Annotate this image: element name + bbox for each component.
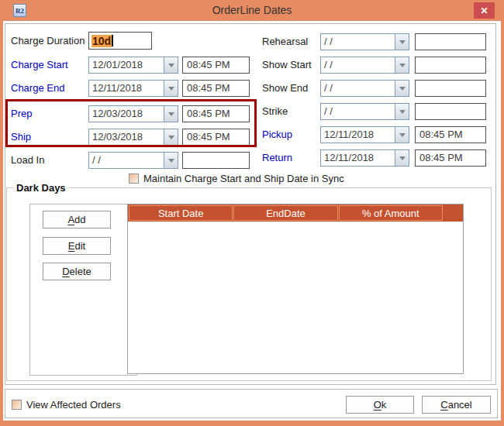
chevron-down-icon xyxy=(168,87,174,91)
title-bar: R2 OrderLine Dates ✕ xyxy=(0,0,504,21)
show-end-date-value: / / xyxy=(321,81,395,96)
ok-button-mnemonic: O xyxy=(374,399,381,411)
delete-button-label: elete xyxy=(70,266,91,277)
strike-date-value: / / xyxy=(321,104,395,119)
dialog-client-area: Charge Duration 10d Charge Start 12/01/2… xyxy=(3,21,501,421)
return-date-value: 12/11/2018 xyxy=(321,150,395,166)
load-in-time-input[interactable] xyxy=(182,152,250,169)
edit-button[interactable]: Edit xyxy=(43,237,111,255)
sync-checkbox[interactable] xyxy=(129,173,139,184)
strike-dropdown-button[interactable] xyxy=(395,104,409,119)
sync-checkbox-row: Maintain Charge Start and Ship Date in S… xyxy=(129,172,344,184)
pickup-dropdown-button[interactable] xyxy=(395,127,409,143)
text-cursor xyxy=(112,35,113,46)
ship-date-value: 12/03/2018 xyxy=(89,129,164,145)
rehearsal-date-value: / / xyxy=(321,34,395,50)
show-end-dropdown-button[interactable] xyxy=(395,81,409,96)
chevron-down-icon xyxy=(399,156,406,160)
load-in-date-combobox[interactable]: / / xyxy=(88,152,178,169)
chevron-down-icon xyxy=(168,159,174,163)
charge-end-date-combobox[interactable]: 12/11/2018 xyxy=(88,80,178,97)
cancel-button-mnemonic: C xyxy=(440,399,447,411)
footer-bar: View Affected Orders Ok Cancel xyxy=(5,389,498,418)
load-in-dropdown-button[interactable] xyxy=(164,153,178,168)
ship-date-combobox[interactable]: 12/03/2018 xyxy=(88,129,178,146)
return-dropdown-button[interactable] xyxy=(395,150,409,166)
return-date-combobox[interactable]: 12/11/2018 xyxy=(320,149,409,167)
charge-duration-label: Charge Duration xyxy=(11,33,85,50)
chevron-down-icon xyxy=(399,133,406,137)
chevron-down-icon xyxy=(168,136,174,139)
pickup-date-value: 12/11/2018 xyxy=(321,127,395,143)
prep-date-value: 12/03/2018 xyxy=(89,106,164,122)
chevron-down-icon xyxy=(399,40,406,44)
dark-days-button-panel: Add Edit Delete xyxy=(29,204,137,376)
prep-time-input[interactable]: 08:45 PM xyxy=(182,105,250,122)
rehearsal-date-combobox[interactable]: / / xyxy=(320,33,409,50)
selected-text: 10d xyxy=(91,35,112,47)
chevron-down-icon xyxy=(399,110,406,114)
ok-button-label: k xyxy=(381,399,387,411)
charge-end-dropdown-button[interactable] xyxy=(164,81,178,96)
charge-end-time-input[interactable]: 08:45 PM xyxy=(182,80,250,97)
view-affected-orders-row: View Affected Orders xyxy=(12,398,121,411)
column-header-start-date[interactable]: Start Date xyxy=(129,205,233,221)
prep-date-combobox[interactable]: 12/03/2018 xyxy=(88,105,178,122)
chevron-down-icon xyxy=(399,64,406,67)
prep-dropdown-button[interactable] xyxy=(164,106,178,122)
pickup-label: Pickup xyxy=(262,126,292,143)
chevron-down-icon xyxy=(168,112,174,116)
charge-end-date-value: 12/11/2018 xyxy=(89,81,164,96)
table-header-row: Start Date EndDate % of Amount xyxy=(128,204,463,222)
prep-label: Prep xyxy=(11,105,32,122)
rehearsal-dropdown-button[interactable] xyxy=(395,34,409,50)
pickup-time-input[interactable]: 08:45 PM xyxy=(415,126,486,143)
rehearsal-time-input[interactable] xyxy=(415,33,486,50)
close-icon: ✕ xyxy=(480,5,488,16)
strike-label: Strike xyxy=(262,103,288,120)
charge-start-dropdown-button[interactable] xyxy=(164,57,178,73)
delete-button[interactable]: Delete xyxy=(43,263,111,280)
ship-time-input[interactable]: 08:45 PM xyxy=(182,129,250,146)
view-affected-orders-checkbox[interactable] xyxy=(12,400,22,410)
add-button-mnemonic: A xyxy=(67,214,74,225)
strike-date-combobox[interactable]: / / xyxy=(320,103,409,120)
ship-dropdown-button[interactable] xyxy=(164,129,178,145)
chevron-down-icon xyxy=(399,87,406,91)
dark-days-title: Dark Days xyxy=(13,182,69,194)
view-affected-orders-label: View Affected Orders xyxy=(26,399,121,411)
column-header-filler xyxy=(444,205,462,221)
add-button[interactable]: Add xyxy=(43,211,111,228)
return-time-input[interactable]: 08:45 PM xyxy=(415,149,486,167)
ok-button[interactable]: Ok xyxy=(346,396,414,414)
load-in-label: Load In xyxy=(11,152,44,169)
show-start-date-value: / / xyxy=(321,57,395,73)
edit-button-label: dit xyxy=(74,240,85,252)
dark-days-table: Start Date EndDate % of Amount xyxy=(127,204,464,374)
table-body xyxy=(128,222,463,373)
column-header-percent-of-amount[interactable]: % of Amount xyxy=(339,205,443,221)
charge-end-label: Charge End xyxy=(11,80,64,97)
show-start-dropdown-button[interactable] xyxy=(395,57,409,73)
charge-duration-input[interactable]: 10d xyxy=(88,32,152,50)
show-start-date-combobox[interactable]: / / xyxy=(320,57,409,74)
charge-start-date-value: 12/01/2018 xyxy=(89,57,164,73)
strike-time-input[interactable] xyxy=(415,103,486,120)
show-end-label: Show End xyxy=(262,80,308,97)
delete-button-mnemonic: D xyxy=(62,266,69,277)
show-start-label: Show Start xyxy=(262,57,312,74)
dark-days-group: Dark Days Add Edit Delete Start Date End… xyxy=(6,187,492,381)
charge-start-date-combobox[interactable]: 12/01/2018 xyxy=(88,57,178,74)
show-end-time-input[interactable] xyxy=(415,80,486,97)
orderline-dates-dialog: R2 OrderLine Dates ✕ Charge Duration 10d… xyxy=(0,0,504,426)
close-button[interactable]: ✕ xyxy=(474,2,495,19)
charge-start-time-input[interactable]: 08:45 PM xyxy=(182,57,250,74)
show-end-date-combobox[interactable]: / / xyxy=(320,80,409,97)
add-button-label: dd xyxy=(74,214,85,225)
charge-start-label: Charge Start xyxy=(11,57,68,74)
column-header-end-date[interactable]: EndDate xyxy=(233,205,337,221)
cancel-button[interactable]: Cancel xyxy=(422,396,491,414)
show-start-time-input[interactable] xyxy=(415,57,486,74)
pickup-date-combobox[interactable]: 12/11/2018 xyxy=(320,126,409,143)
return-label: Return xyxy=(262,149,292,167)
